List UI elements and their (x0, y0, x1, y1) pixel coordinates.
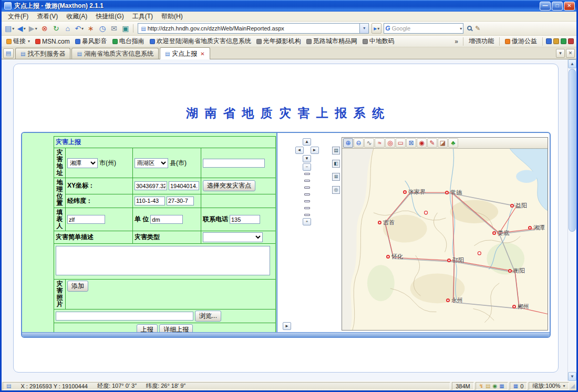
forward-button[interactable]: ▶▾ (27, 23, 38, 34)
plugin-icon[interactable] (553, 38, 559, 44)
overview-map-icon[interactable]: ◧ (332, 160, 340, 168)
undo-button[interactable]: ↶▾ (74, 23, 85, 34)
links-bar-item[interactable]: 增强功能 (467, 36, 496, 46)
latitude-input[interactable] (167, 197, 194, 205)
menu-item[interactable]: 帮助(H) (157, 11, 187, 22)
new-page-button[interactable]: ▤▾ (4, 23, 15, 34)
menu-item[interactable]: 查看(V) (33, 11, 62, 22)
minimize-button[interactable]: — (540, 2, 551, 11)
stop-button[interactable]: ⊗ (39, 23, 50, 34)
browse-button[interactable]: 浏览... (195, 311, 221, 322)
tab-list-button[interactable]: ▤ (3, 48, 14, 58)
links-bar-item[interactable]: MSN.com (33, 37, 72, 46)
plugin-icon[interactable] (546, 38, 552, 44)
privacy-icon[interactable]: ◉ (493, 384, 498, 389)
phone-input[interactable] (230, 215, 260, 224)
zoom-in-button[interactable]: + (303, 218, 311, 225)
zoom-slider[interactable] (304, 173, 311, 216)
images-icon[interactable]: ▦ (499, 384, 504, 389)
address-detail-input[interactable] (203, 159, 265, 168)
mail-button[interactable]: ✉ (108, 23, 119, 34)
scroll-up-icon[interactable]: ▲ (568, 59, 576, 68)
links-bar-item[interactable]: 链接▾ (4, 36, 32, 46)
links-bar-item[interactable]: 欢迎登陆湖南省地质灾害信息系统 (148, 36, 253, 46)
zoom-tick[interactable] (304, 214, 310, 216)
city-select[interactable]: 湘潭 (67, 158, 98, 168)
clear-selection-icon[interactable]: ⊠ (406, 138, 416, 148)
links-bar-item[interactable]: 光年摄影机构 (254, 36, 303, 46)
zoom-tick[interactable] (304, 180, 310, 182)
close-tab-icon[interactable]: ✕ (200, 51, 204, 57)
links-bar-item[interactable]: 中地数码 (360, 36, 397, 46)
pick-point-button[interactable]: 选择突发灾害点 (203, 180, 255, 191)
links-overflow-button[interactable]: » (453, 38, 460, 45)
legend-icon[interactable]: ▤ (332, 147, 340, 154)
longitude-input[interactable] (135, 197, 165, 205)
x-coordinate-input[interactable] (135, 181, 167, 190)
pan-down-button[interactable]: ▼ (303, 155, 311, 162)
county-select[interactable]: 雨湖区 (135, 158, 168, 168)
draw-point-icon[interactable]: ✎ (427, 138, 437, 148)
chevron-down-icon[interactable]: ▾ (35, 26, 37, 31)
capture-button[interactable]: ▣ (120, 23, 131, 34)
pan-icon[interactable]: ∿ (364, 138, 374, 148)
select-rect-icon[interactable]: ▭ (396, 138, 406, 148)
tab-item[interactable]: ▤找不到服务器 (15, 48, 70, 59)
plugin-icon[interactable] (568, 38, 574, 44)
resize-grip[interactable]: ◢ (571, 383, 575, 389)
links-bar-item[interactable]: 傲游公益 (503, 36, 539, 46)
full-extent-icon[interactable]: ◎ (385, 138, 395, 148)
zoom-tick[interactable] (304, 200, 310, 202)
search-icon[interactable] (467, 26, 472, 30)
chevron-down-icon[interactable]: ▾ (81, 26, 84, 31)
layers-icon[interactable]: ♣ (448, 138, 458, 148)
title-bar[interactable]: 灾点上报 - 傲游(Maxthon) 2.1.1 —□✕ (2, 0, 576, 12)
photo-file-input[interactable] (56, 312, 193, 321)
zoom-tick[interactable] (304, 173, 310, 175)
highlight-pen-icon[interactable]: ✎ (475, 25, 480, 32)
disaster-type-select[interactable] (203, 232, 263, 242)
zoom-tick[interactable] (304, 187, 310, 189)
scrollbar-thumb[interactable] (569, 69, 576, 232)
reporter-input[interactable] (67, 215, 105, 224)
go-button[interactable]: ▸ ▾ (371, 23, 381, 34)
locate-icon[interactable]: ◎ (332, 186, 340, 194)
links-bar-item[interactable]: 觅路城市精品网 (304, 36, 359, 46)
layer-list-icon[interactable]: ⊞ (332, 173, 340, 181)
add-photo-button[interactable]: 添加 (67, 281, 88, 292)
maximize-button[interactable]: □ (552, 2, 563, 11)
links-bar-item[interactable]: 暴风影音 (73, 36, 109, 46)
folder-icon[interactable]: ▤ (486, 384, 490, 389)
scroll-down-icon[interactable]: ▼ (568, 372, 576, 381)
home-button[interactable]: ⌂ (62, 23, 73, 34)
menu-item[interactable]: 文件(F) (4, 11, 33, 22)
snip-button[interactable]: ∗ (85, 23, 96, 34)
search-engine-dropdown-icon[interactable]: ▾ (460, 26, 462, 31)
vertical-scrollbar[interactable]: ▲ ▼ (567, 59, 576, 381)
pan-left-button[interactable]: ◄ (295, 147, 304, 154)
chevron-down-icon[interactable]: ▾ (24, 26, 26, 31)
address-bar[interactable]: ▤ ▾ (138, 23, 369, 34)
menu-item[interactable]: 工具(T) (128, 11, 157, 22)
address-input[interactable] (148, 24, 360, 33)
eraser-icon[interactable]: ◪ (438, 138, 448, 148)
zoom-control[interactable]: 缩放:100% ▾ (529, 382, 569, 390)
collapse-panel-button[interactable]: ► (283, 322, 291, 330)
pan-up-button[interactable]: ▲ (303, 138, 311, 146)
close-tab-icon[interactable]: ✕ (566, 49, 575, 58)
performance-icon[interactable]: ↯ (479, 384, 483, 389)
zoom-dropdown-icon[interactable]: ▾ (563, 384, 565, 388)
tab-menu-icon[interactable]: ▾ (556, 49, 565, 58)
tab-item[interactable]: ▤湖南省地质灾害信息系统 (71, 48, 158, 59)
tab-active[interactable]: ▤灾点上报✕ (160, 47, 210, 59)
menu-item[interactable]: 快捷组(G) (91, 11, 128, 22)
zoom-in-icon[interactable]: ⊕ (343, 138, 353, 148)
measure-icon[interactable]: ≈ (375, 138, 385, 148)
zoom-out-icon[interactable]: ⊖ (354, 138, 364, 148)
zoom-out-button[interactable]: − (303, 163, 311, 171)
description-textarea[interactable] (56, 246, 270, 275)
chevron-down-icon[interactable]: ▾ (12, 26, 14, 31)
links-bar-item[interactable]: 电台指南 (110, 36, 147, 46)
menu-item[interactable]: 收藏(A) (62, 11, 91, 22)
search-box[interactable]: G Google ▾ (384, 23, 463, 34)
